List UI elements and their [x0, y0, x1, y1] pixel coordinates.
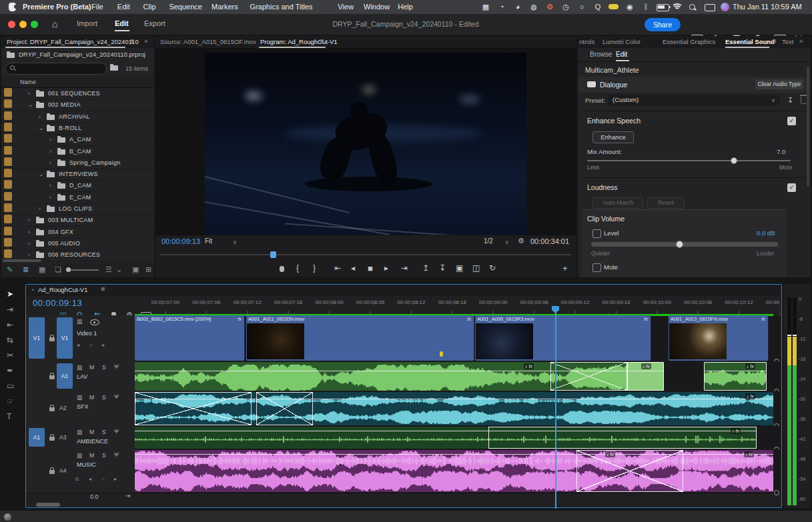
panel-tab-text[interactable]: Text: [782, 38, 793, 45]
track-name[interactable]: LAV: [77, 373, 87, 380]
tree-item[interactable]: ›001 SEQUENCES: [1, 88, 154, 100]
go-to-in-button[interactable]: ⇤: [334, 263, 341, 273]
mute-button[interactable]: M: [89, 364, 94, 371]
playhead-line[interactable]: [555, 309, 556, 509]
step-back-button[interactable]: ◂: [351, 263, 355, 273]
home-icon[interactable]: ⌂: [52, 19, 57, 29]
tree-chevron-icon[interactable]: ⌄: [39, 125, 44, 131]
sort-chevron-icon[interactable]: ⌄: [116, 265, 122, 274]
ripple-edit-tool[interactable]: ⇤: [7, 320, 13, 329]
solo-button[interactable]: S: [102, 394, 106, 401]
dot-icon[interactable]: ○: [576, 2, 587, 11]
panel-menu-icon[interactable]: ≣: [772, 38, 777, 44]
panel-tab-essential-sound[interactable]: Essential Sound: [725, 38, 775, 45]
menubar-item-view[interactable]: View: [338, 3, 354, 11]
menubar-item-help[interactable]: Help: [398, 3, 413, 11]
close-window-button[interactable]: [8, 21, 15, 28]
toggle-track-output-eye-icon[interactable]: [90, 319, 99, 325]
track-value-readout[interactable]: 0.0: [90, 493, 99, 500]
export-frame-button[interactable]: ▣: [456, 263, 463, 273]
spotlight-icon[interactable]: [689, 3, 697, 11]
timeline-hscrollbar[interactable]: [36, 503, 60, 507]
zoom-window-button[interactable]: [31, 21, 38, 28]
track-name[interactable]: AMBIENCE: [77, 438, 108, 445]
source-monitor-tab[interactable]: Source: A001_A015_0815OF.mov: [160, 38, 256, 45]
track-meter-icon[interactable]: ▥: [77, 364, 82, 371]
reset-button[interactable]: Reset: [647, 197, 685, 209]
fx-badge-icon[interactable]: fx: [467, 316, 471, 322]
auto-match-button[interactable]: Auto-Match: [592, 197, 643, 209]
display-icon[interactable]: [705, 4, 715, 11]
keyframe-value[interactable]: 0.: [75, 476, 80, 482]
zoom-slider[interactable]: [68, 269, 99, 271]
screen-record-icon[interactable]: ◉: [625, 2, 635, 11]
track-header-a4[interactable]: A4▥MSΨMUSIC0.◂○▸: [26, 449, 135, 493]
program-playhead[interactable]: [270, 251, 276, 258]
track-height-handle[interactable]: [774, 490, 779, 495]
tree-item[interactable]: ›005 AUDIO: [1, 238, 154, 250]
tree-chevron-icon[interactable]: ›: [49, 182, 51, 189]
voiceover-mic-icon[interactable]: Ψ: [114, 428, 119, 435]
lift-button[interactable]: ↥: [422, 263, 429, 273]
mute-button[interactable]: M: [89, 429, 94, 435]
tree-chevron-icon[interactable]: ⌄: [39, 171, 44, 177]
tree-item[interactable]: ›D_CAM: [1, 180, 154, 192]
track-patch[interactable]: A2: [59, 405, 66, 411]
button-editor-plus[interactable]: +: [562, 263, 568, 273]
sequence-tab[interactable]: Ad_RoughCut-V1: [38, 286, 87, 293]
clip-badges[interactable]: ♪fx: [605, 451, 615, 457]
tree-item[interactable]: ›004 GFX: [1, 227, 154, 239]
keyframe-nav-icon[interactable]: ▸: [114, 476, 117, 482]
clip-badges[interactable]: ♪fx: [731, 428, 741, 434]
keyframe-nav-icon[interactable]: ◂: [89, 476, 91, 482]
video-clip[interactable]: A001_A006_0815R3.movfx: [475, 315, 651, 361]
level-checkbox[interactable]: [592, 229, 601, 238]
new-item-button[interactable]: ⊞: [145, 265, 151, 274]
subtab-edit[interactable]: Edit: [616, 51, 627, 58]
settings-wrench-icon[interactable]: ⚙: [518, 237, 524, 245]
tree-chevron-icon[interactable]: ›: [49, 148, 51, 155]
tree-item[interactable]: ⌄INTERVIEWS: [1, 169, 154, 181]
video-clip[interactable]: A001_A013_0815FN.movfx: [669, 315, 769, 361]
menubar-item-edit[interactable]: Edit: [117, 3, 130, 11]
timeline-current-timecode[interactable]: 00:00:09:13: [33, 298, 82, 308]
track-name[interactable]: Video 1: [77, 330, 97, 337]
project-hscrollbar[interactable]: [3, 259, 41, 262]
crossfade-box[interactable]: [256, 392, 313, 425]
hand-tool[interactable]: ☞: [7, 397, 14, 406]
comparison-view-button[interactable]: ◫: [472, 263, 480, 273]
tree-chevron-icon[interactable]: ›: [28, 229, 30, 235]
fx-badge-icon[interactable]: fx: [761, 316, 765, 322]
video-clip[interactable]: B001_B002_0815C5.mov [200%]fx: [135, 315, 245, 361]
track-meter-icon[interactable]: ▥: [77, 394, 82, 401]
status-orb-icon[interactable]: [4, 513, 11, 521]
program-current-timecode[interactable]: 00:00:09:13: [161, 237, 200, 245]
mark-in-button[interactable]: {: [296, 263, 299, 273]
source-patch[interactable]: A1: [29, 428, 45, 447]
tree-item[interactable]: ›A_CAM: [1, 134, 154, 146]
low-battery-icon[interactable]: [608, 4, 619, 9]
program-scrubber[interactable]: [160, 254, 571, 255]
lock-icon[interactable]: [49, 437, 55, 441]
track-header-a2[interactable]: A2▥MSΨSFX: [26, 391, 135, 426]
tree-chevron-icon[interactable]: ›: [49, 136, 51, 143]
freeform-view-button[interactable]: ❏: [55, 265, 61, 274]
zoom-slider-knob[interactable]: [66, 267, 71, 272]
level-slider[interactable]: [591, 242, 778, 247]
mix-amount-value[interactable]: 7.0: [777, 148, 785, 155]
icon-view-button[interactable]: ▦: [39, 265, 45, 274]
track-meter-icon[interactable]: ▥: [77, 318, 82, 325]
menubar-item-file[interactable]: File: [91, 3, 103, 11]
creative-cloud-icon[interactable]: ◕: [512, 2, 523, 11]
keyframe-handle-icon[interactable]: ⇥: [125, 492, 130, 499]
tree-item[interactable]: ›Spring_Campaign: [1, 157, 154, 169]
mute-checkbox[interactable]: [592, 263, 601, 272]
menubar-clock[interactable]: Thu Jan 11 10:59 AM: [733, 3, 802, 11]
source-patch[interactable]: V1: [29, 317, 45, 359]
mute-button[interactable]: M: [89, 394, 94, 401]
share-button[interactable]: Share: [645, 18, 681, 31]
tree-item[interactable]: ›LOG CLIPS: [1, 203, 154, 215]
tree-chevron-icon[interactable]: ⌄: [28, 101, 33, 108]
solo-button[interactable]: S: [102, 429, 106, 435]
tree-item[interactable]: ⌄B-ROLL: [1, 123, 154, 135]
